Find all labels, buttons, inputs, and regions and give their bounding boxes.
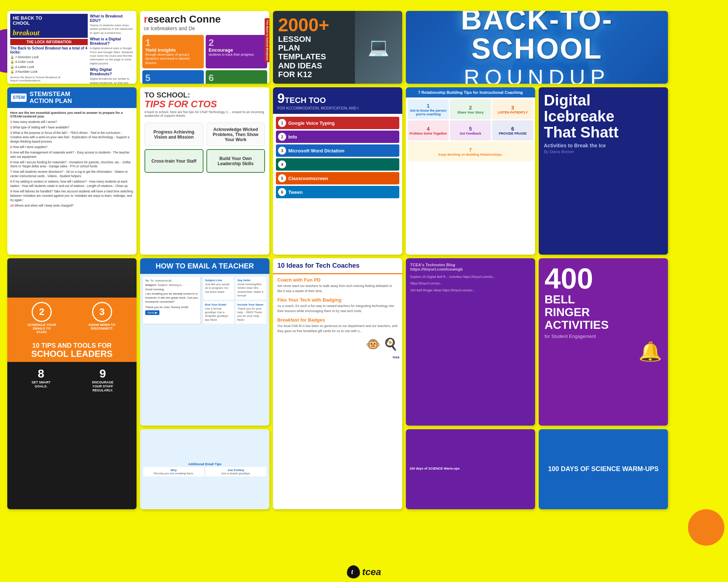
lock-item-4: 🔒 3-Number Lock [10, 69, 88, 75]
stem-q5: 5 How will the management of materials w… [10, 151, 134, 159]
stem-q2: 2 What type of setting will I have avail… [10, 125, 134, 130]
science-title: 100 days of SCIENCE Warm-ups [548, 466, 658, 473]
lock-item-2: 🔒 4-Color Lock [10, 60, 88, 65]
stem-q6: 6 How will I secure funding for material… [10, 160, 134, 169]
research-cell-4: 6 Use self-developed low-stakes assessme… [206, 70, 267, 84]
email-greeting: Good morning, [145, 288, 198, 291]
card-icebreakers: Digital Icebreake That Shatt Activities … [539, 87, 668, 255]
roundup-main: BACK-TO-SCHOOL [406, 11, 668, 63]
sidebar-resource-2: https://tinyurl.com/yc... [410, 281, 531, 286]
email-extra-1: Why Tell why you are emailing them. [143, 467, 204, 477]
breakout-tcea: tcea [81, 83, 88, 84]
coaches-footer: tcea [273, 354, 402, 360]
rel-item-2: 2 Share Your Story [450, 99, 491, 119]
lessons-image: 💻 [355, 11, 402, 84]
stem-q3: 3 What is the purpose or focus of the la… [10, 131, 134, 144]
coaches-section-2: Flex Your Tech with Badging As a coach, … [277, 297, 398, 314]
coaches-title: 10 Ideas for Tech Coaches [277, 262, 398, 270]
stem-q1: 1 How many students will I serve? [10, 120, 134, 124]
tcea-logo-icon: t [347, 565, 360, 578]
tcea-footer: t tcea [347, 565, 381, 578]
card-tech-tools: 9TECH TOO FOR ACCOMMODATION, MODIFICATIO… [273, 87, 402, 255]
research-cell-1: 1 Yield insights through observation of … [142, 35, 204, 68]
card-resource-2: 100 days of SCIENCE Warm-ups [406, 429, 535, 509]
breakout-title-line1: HE BACK TO [13, 15, 42, 21]
card-stem: STEM STEM/STEAM ACTION PLAN Here are the… [7, 87, 136, 255]
tech-num: 9 [277, 91, 285, 106]
breakout-what-digital-body: A digital breakout uses a Google Form an… [90, 47, 133, 65]
research-side-tab: The Back to School Breakout [265, 18, 269, 62]
breakout-why-body: Digital Breakouts are similar to analog … [90, 77, 132, 84]
breakout-what-digital-title: What is a Digital Breakout? [90, 37, 121, 45]
tech-item-1: 1 Google Voice Typing [276, 117, 399, 129]
stem-q10: 10 Where and when will I keep tools char… [10, 204, 134, 208]
card-resources: TCEA's Technotes Bloghttps://tinyurl.com… [406, 258, 535, 426]
tech-subtitle: FOR ACCOMMODATION, MODIFICATION, AND I [277, 106, 398, 110]
coaches-section-1: Coach with Fun PD We never want our teac… [277, 277, 398, 294]
stem-q9: 9 How will failures be handled? Take int… [10, 190, 134, 203]
email-subject: Subject: Missing A... [158, 283, 184, 287]
breakout-lock-subtitle: The Back to School Breakout has a total … [10, 46, 87, 54]
stem-q4: 4 How will I store supplies? [10, 145, 134, 150]
rel-item-7: 7 Keep Working on Building Relationships… [408, 141, 533, 162]
card-email-row4: Additional Email Tips Why Tell why you a… [140, 429, 269, 509]
tcea-footer-text: tcea [362, 566, 381, 578]
cto-tip-1: Progress Achieving Vision and Mission [145, 123, 203, 146]
cto-tip-2: Acknowledge Wicked Problems, Then Show Y… [206, 123, 265, 146]
research-title: esearch Conne [148, 13, 221, 25]
cto-tip-3: Cross-train Your Staff [145, 149, 203, 173]
rel-item-3: 3 LISTEN PATIENTLY [492, 99, 533, 119]
lessons-title-3: TEMPLATES [278, 52, 350, 61]
ctos-line2: Tips for CTOs [145, 99, 265, 109]
stem-intro: Here are the ten essential questions you… [10, 111, 123, 118]
card-breakout: HE BACK TO CHOOL breakout THE LOCK INFOR… [7, 11, 136, 84]
roundup-sub: ROUNDUP [406, 65, 668, 84]
lock-item-1: 🔒 7-Direction Lock [10, 55, 88, 60]
rel-item-4: 4 Problem Solve Together [408, 120, 449, 140]
breakout-what-is-body: Teams of students solve clues and/or pro… [90, 24, 133, 35]
card-lessons: 2000+ LESSON PLAN TEMPLATES AND IDEAS FO… [273, 11, 402, 84]
lessons-title-2: PLAN [278, 44, 350, 52]
breakout-lock-title: THE LOCK INFORMATION [27, 40, 72, 44]
ice-subtitle: Activities to Break the Ice [544, 143, 663, 148]
resource-2-item: 100 days of SCIENCE Warm-ups [410, 466, 460, 471]
rel-item-1: 1 Get to know the person you're coaching [408, 99, 449, 119]
breakout-what-is-title: What is Breakout EDU? [90, 14, 123, 23]
ctos-desc: d back to school, here are five tips for… [145, 110, 265, 117]
card-leaders: 2 SCHEDULE YOUR EMAILS TO STAFF. 3 KNOW … [7, 258, 136, 509]
breakout-access-note: Access the Back to School Breakout at ti… [10, 76, 60, 82]
ctos-line1: TO SCHOOL: [145, 91, 265, 99]
stem-logo: STEM [13, 95, 25, 100]
bell-title-3: Activities [545, 319, 662, 331]
ice-title-1: Digital [544, 92, 663, 108]
coaches-section-3: Breakfast for Badges Our local Chik-fil-… [277, 317, 398, 334]
lessons-title-4: AND IDEAS [278, 61, 350, 70]
ice-title-2: Icebreake [544, 108, 663, 124]
tip-9: 9 ENCOURAGE YOUR STAFF REGULARLY. [88, 367, 117, 392]
lessons-number: 2000+ [278, 16, 350, 34]
bell-title-1: Bell [545, 293, 662, 306]
tip-label-3: KNOW WHEN TO DISCONNECT. [87, 323, 116, 330]
cto-tip-4: Build Your Own Leadership Skills [206, 149, 265, 173]
tip-num-2: 2 [32, 302, 52, 322]
email-header: HOW TO EMAIL A TEACHER [140, 258, 269, 274]
email-tip-4: Include Your Name Thank you for your hel… [236, 301, 266, 324]
stem-q8: 8 If my setting is centers or stations, … [10, 180, 134, 188]
stem-q7: 7 How will students receive directions? … [10, 170, 134, 179]
email-body: I am emailing you be already turned in m… [145, 292, 198, 304]
card-research: research Conne ce Icebreakers and De 1 Y… [140, 11, 269, 84]
card-coaches: 10 Ideas for Tech Coaches Coach with Fun… [273, 258, 402, 509]
email-tip-2: Say Hello Good morning/Mrs. Smith/ Dear … [236, 277, 266, 300]
leaders-title2: SCHOOL LEADERS [10, 350, 134, 358]
ice-title-3: That Shatt [544, 124, 663, 140]
coaches-image-2: 🍳 [383, 337, 398, 351]
tech-item-3: 3 Microsoft Word Dictation [276, 144, 399, 157]
breakout-title-breakout: breakout [13, 29, 39, 37]
bell-number: 400 [545, 264, 662, 293]
card-roundup: BACK-TO-SCHOOL ROUNDUP [406, 11, 668, 84]
card-bell: 400 Bell Ringer Activities for Student E… [539, 258, 668, 426]
tech-item-6: 6 Tween [276, 186, 399, 198]
email-tip-1: Subject Line Just like you would do in p… [203, 277, 234, 300]
stem-title-line1: STEM/STEAM [29, 91, 70, 97]
rel-item-5: 5 Get Feedback [450, 120, 491, 140]
